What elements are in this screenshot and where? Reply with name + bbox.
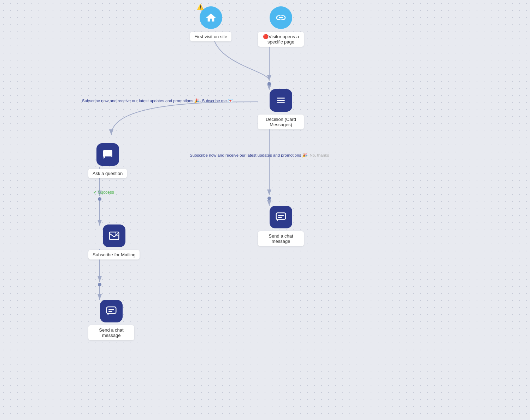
merge-dot-top <box>267 82 271 86</box>
svg-rect-8 <box>108 309 114 310</box>
node-decision[interactable]: Decision (Card Messages) <box>258 89 304 129</box>
send-chat-right-label: Send a chat message <box>258 231 304 246</box>
svg-rect-9 <box>108 311 112 312</box>
decision-icon-svg <box>275 95 287 106</box>
no-thanks-text: Subscribe now and receive our latest upd… <box>190 153 307 157</box>
svg-rect-10 <box>276 213 286 220</box>
ask-icon-svg <box>102 149 113 160</box>
node-send-chat-bottom[interactable]: Send a chat message <box>88 300 134 340</box>
svg-rect-4 <box>105 154 108 155</box>
node-ask-question[interactable]: Ask a question <box>88 143 127 178</box>
node-first-visit[interactable]: ⚠️ First visit on site <box>190 6 231 41</box>
merge-dot-right <box>267 197 271 200</box>
merge-dot-ask-below <box>98 197 101 201</box>
first-visit-label: First visit on site <box>190 32 231 41</box>
mailing-icon-svg <box>108 230 120 241</box>
no-thanks-suffix: - No, thanks <box>307 153 329 157</box>
link-icon <box>275 12 287 23</box>
svg-rect-3 <box>105 152 110 153</box>
edge-label-success: ✔ Success <box>93 190 114 195</box>
chat-icon-svg-bottom <box>106 305 117 317</box>
ask-question-icon <box>96 143 119 166</box>
subscribe-mailing-icon <box>103 224 125 247</box>
visitor-opens-icon <box>270 6 292 29</box>
ask-question-label: Ask a question <box>88 169 127 178</box>
decision-label: Decision (Card Messages) <box>258 115 304 129</box>
svg-marker-2 <box>104 157 105 159</box>
warning-badge: ⚠️ <box>197 4 204 10</box>
chat-icon-svg-right <box>275 211 287 223</box>
merge-dot-subscribe-below <box>98 283 101 286</box>
edge-label-subscribe-me: Subscribe now and receive our latest upd… <box>82 98 233 103</box>
home-icon <box>205 12 217 23</box>
svg-rect-11 <box>278 215 284 216</box>
send-chat-bottom-icon <box>100 300 123 322</box>
svg-rect-12 <box>278 217 282 218</box>
visitor-opens-label: 🔴Visitor opens a specific page <box>258 32 304 47</box>
node-send-chat-right[interactable]: Send a chat message <box>258 206 304 246</box>
edge-label-no-thanks: Subscribe now and receive our latest upd… <box>190 153 329 158</box>
node-subscribe-mailing[interactable]: Subscribe for Mailing <box>88 224 140 259</box>
node-visitor-opens[interactable]: 🔴Visitor opens a specific page <box>258 6 304 47</box>
flow-canvas: ⚠️ First visit on site 🔴Visitor opens a … <box>0 0 530 420</box>
svg-rect-7 <box>107 307 116 314</box>
svg-point-6 <box>115 232 119 236</box>
subscribe-mailing-label: Subscribe for Mailing <box>88 250 140 259</box>
send-chat-bottom-label: Send a chat message <box>88 325 134 340</box>
decision-icon <box>270 89 292 112</box>
send-chat-right-icon <box>270 206 292 228</box>
